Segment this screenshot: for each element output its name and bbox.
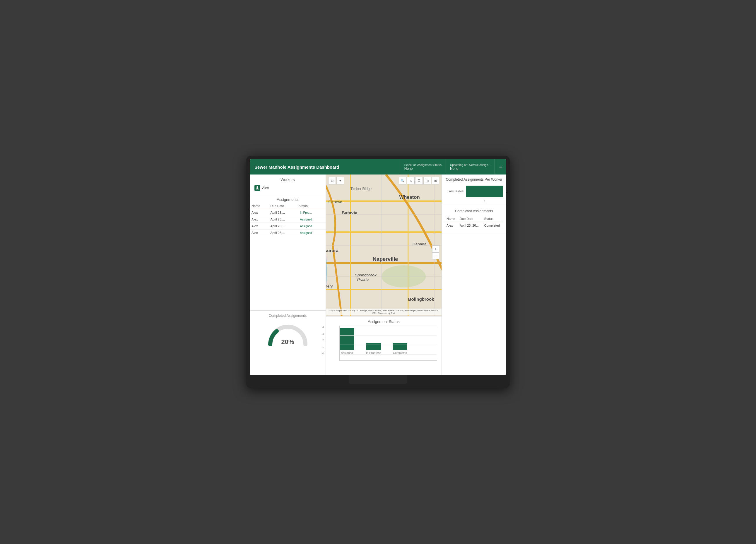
completed-per-worker-section: Completed Assignments Per Worker Alex Ka… <box>442 175 506 206</box>
map-tool-dropdown[interactable]: ▾ <box>336 177 344 184</box>
completed-col-due: Due Date <box>458 216 483 222</box>
cell-status: In Prog... <box>297 209 326 216</box>
filter2-label: Upcoming or Overdue Assign... <box>450 163 490 167</box>
col-due-date: Due Date <box>269 203 297 209</box>
worker-icon <box>254 185 260 191</box>
table-row[interactable]: Alex April 26,... Assigned <box>250 223 326 230</box>
y-label-3: 3 <box>322 332 324 335</box>
map-list-btn[interactable]: ☰ <box>415 177 423 184</box>
list-item: Alex April 23, 20... Completed <box>445 222 503 229</box>
cell-name: Alex <box>250 216 269 223</box>
map-search-btn[interactable]: 🔍 <box>399 177 406 184</box>
zoom-out-btn[interactable]: − <box>432 252 439 259</box>
bar-group-completed: Completed <box>393 343 407 355</box>
monitor-outer: Sewer Manhole Assignments Dashboard Sele… <box>246 156 510 388</box>
monitor-screen: Sewer Manhole Assignments Dashboard Sele… <box>250 159 506 375</box>
map-layers-btn[interactable]: ◫ <box>423 177 431 184</box>
map-right-toolbar: 🔍 ⌂ ☰ ◫ ⊞ <box>399 177 439 184</box>
cell-status: Assigned <box>297 216 326 223</box>
map-toolbar: ⊞ ▾ <box>328 177 344 184</box>
table-row[interactable]: Alex April 23,... Assigned <box>250 216 326 223</box>
worker-bar-track: 1 <box>466 186 503 197</box>
svg-text:Prairie: Prairie <box>357 277 369 282</box>
map-svg: Wheaton Lombard Elmhurst North Av DUPAGE… <box>326 175 442 316</box>
completed-col-status: Status <box>483 216 503 222</box>
map-tool-btn1[interactable]: ⊞ <box>328 177 336 184</box>
grid-line-3 <box>340 326 437 326</box>
y-label-1: 1 <box>322 345 324 348</box>
completed-assignments-gauge-section: Completed Assignments 20% <box>250 310 326 375</box>
cell-name: Alex <box>250 209 269 216</box>
completed-assignments-table-section: Completed Assignments Name Due Date Stat… <box>442 206 506 232</box>
svg-text:Aurora: Aurora <box>326 248 338 253</box>
worker-bar-fill <box>466 186 503 197</box>
menu-button[interactable]: ≡ <box>495 159 506 175</box>
cell-due-date: April 26,... <box>269 223 297 230</box>
svg-text:Wheaton: Wheaton <box>399 194 420 200</box>
assignments-section: Assignments Name Due Date Status Alex Ap… <box>250 195 326 310</box>
worker-bar-name: Alex Kabak <box>445 190 464 193</box>
svg-text:Bolingbrook: Bolingbrook <box>408 297 435 302</box>
bar-chart-inner: Assigned In Progress Completed <box>339 326 437 361</box>
filter1-value: None <box>404 167 442 171</box>
y-label-4: 4 <box>322 326 324 329</box>
gauge-percent: 20% <box>281 338 294 346</box>
assignments-title: Assignments <box>250 195 326 203</box>
bar-assigned <box>340 328 354 350</box>
cell-name: Alex <box>250 230 269 236</box>
completed-gauge-title: Completed Assignments <box>269 314 307 318</box>
worker-bar-val: 1 <box>506 190 506 193</box>
map-area[interactable]: Wheaton Lombard Elmhurst North Av DUPAGE… <box>326 175 442 316</box>
hamburger-icon: ≡ <box>499 164 502 170</box>
bar-inprogress <box>366 343 381 350</box>
map-attribution: City of Naperville, County of DuPage, Es… <box>326 309 442 315</box>
worker-chart-xaxis: 1 <box>445 200 503 203</box>
app-title: Sewer Manhole Assignments Dashboard <box>250 159 400 175</box>
monitor-stand <box>349 375 407 384</box>
table-row[interactable]: Alex April 26,... Assigned <box>250 230 326 236</box>
svg-text:Naperville: Naperville <box>373 256 398 262</box>
y-label-0: 0 <box>322 352 324 355</box>
y-axis-labels: 0 1 2 3 4 <box>322 326 324 355</box>
cell-due-date: April 26,... <box>269 230 297 236</box>
completed-cell-due: April 23, 20... <box>458 222 483 229</box>
bar-group-inprogress: In Progress <box>366 343 381 355</box>
header: Sewer Manhole Assignments Dashboard Sele… <box>250 159 506 175</box>
svg-text:Geneva: Geneva <box>328 200 342 204</box>
completed-cell-status: Completed <box>483 222 503 229</box>
completed-col-name: Name <box>445 216 458 222</box>
cell-status: Assigned <box>297 230 326 236</box>
worker-alex[interactable]: Alex <box>253 184 323 192</box>
worker-bar-chart: Alex Kabak 1 <box>445 184 503 199</box>
svg-text:Montgomery: Montgomery <box>326 284 333 288</box>
cell-status: Assigned <box>297 223 326 230</box>
col-name: Name <box>250 203 269 209</box>
col-status: Status <box>297 203 326 209</box>
completed-table: Name Due Date Status Alex April 23, 20..… <box>445 216 503 229</box>
filter1-label: Select an Assignment Status <box>404 163 442 167</box>
cell-name: Alex <box>250 223 269 230</box>
per-worker-title: Completed Assignments Per Worker <box>445 177 503 182</box>
right-panel: Completed Assignments Per Worker Alex Ka… <box>442 175 506 375</box>
assignment-status-filter[interactable]: Select an Assignment Status None <box>400 159 446 175</box>
monitor-base <box>340 384 416 388</box>
bar-chart: 0 1 2 3 4 <box>331 326 437 361</box>
bar-label-inprogress: In Progress <box>366 351 381 355</box>
bar-label-assigned: Assigned <box>341 351 353 355</box>
zoom-in-btn[interactable]: + <box>432 245 439 252</box>
map-zoom-controls: + − <box>432 245 439 259</box>
completed-cell-name: Alex <box>445 222 458 229</box>
left-panel: Workers Alex Assignments Name <box>250 175 326 375</box>
map-grid-btn[interactable]: ⊞ <box>432 177 439 184</box>
main-content: Workers Alex Assignments Name <box>250 175 506 375</box>
map-home-btn[interactable]: ⌂ <box>407 177 415 184</box>
cell-due-date: April 23,... <box>269 216 297 223</box>
table-row[interactable]: Alex April 23,... In Prog... <box>250 209 326 216</box>
filter2-value: None <box>450 167 490 171</box>
completed-table-title: Completed Assignments <box>445 209 503 214</box>
bar-completed <box>393 343 407 350</box>
workers-section: Workers Alex <box>250 175 326 195</box>
workers-title: Workers <box>253 177 323 182</box>
assignments-table: Name Due Date Status Alex April 23,... I… <box>250 203 326 236</box>
upcoming-overdue-filter[interactable]: Upcoming or Overdue Assign... None <box>446 159 495 175</box>
